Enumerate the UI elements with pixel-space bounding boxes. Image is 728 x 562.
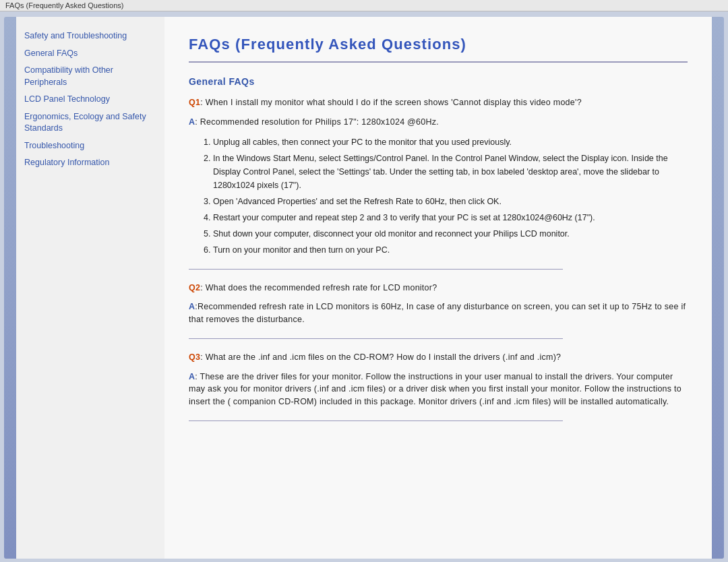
list-item: Shut down your computer, disconnect your…	[213, 227, 688, 241]
sidebar-item-regulatory[interactable]: Regulatory Information	[24, 157, 156, 169]
sidebar-item-compatibility[interactable]: Compatibility with Other Peripherals	[24, 65, 156, 88]
page-title: FAQs (Frequently Asked Questions)	[189, 36, 688, 53]
a-label-q1: A	[189, 117, 195, 127]
section-title: General FAQs	[189, 76, 688, 87]
sidebar-item-safety[interactable]: Safety and Troubleshooting	[24, 30, 156, 42]
title-bar-text: FAQs (Frequently Asked Questions)	[5, 1, 123, 9]
q-label-q1: Q1	[189, 98, 200, 107]
a-label-q3: A	[189, 372, 195, 381]
answer-list-q1: Unplug all cables, then connect your PC …	[213, 135, 688, 257]
sidebar-item-ergonomics[interactable]: Ergonomics, Ecology and Safety Standards	[24, 111, 156, 135]
title-divider	[189, 61, 688, 63]
sidebar-item-general-faqs[interactable]: General FAQs	[24, 48, 156, 60]
list-item: Unplug all cables, then connect your PC …	[213, 135, 688, 149]
q-label-q3: Q3	[189, 352, 200, 362]
sidebar: Safety and TroubleshootingGeneral FAQsCo…	[16, 17, 164, 559]
answer-intro-q1: A: Recommended resolution for Philips 17…	[189, 116, 688, 129]
main-content: FAQs (Frequently Asked Questions) Genera…	[164, 17, 712, 559]
list-item: Restart your computer and repeat step 2 …	[213, 211, 688, 224]
q-label-q2: Q2	[189, 283, 200, 292]
final-divider	[189, 420, 563, 421]
question-block-q3: Q3: What are the .inf and .icm files on …	[189, 351, 688, 408]
right-accent-bar	[712, 17, 724, 559]
question-text-q3: Q3: What are the .inf and .icm files on …	[189, 351, 688, 364]
title-bar: FAQs (Frequently Asked Questions)	[0, 0, 728, 11]
question-text-q2: Q2: What does the recommended refresh ra…	[189, 282, 688, 294]
section-divider-1	[189, 338, 563, 339]
list-item: Turn on your monitor and then turn on yo…	[213, 243, 688, 257]
answer-intro-q3: A: These are the driver files for your m…	[189, 371, 688, 408]
question-block-q1: Q1: When I install my monitor what shoul…	[189, 96, 688, 257]
answer-intro-q2: A:Recommended refresh rate in LCD monito…	[189, 301, 688, 326]
sidebar-item-troubleshooting[interactable]: Troubleshooting	[24, 140, 156, 152]
question-text-q1: Q1: When I install my monitor what shoul…	[189, 96, 688, 109]
a-label-q2: A	[189, 302, 195, 311]
question-block-q2: Q2: What does the recommended refresh ra…	[189, 282, 688, 326]
list-item: In the Windows Start Menu, select Settin…	[213, 152, 688, 192]
list-item: Open 'Advanced Properties' and set the R…	[213, 195, 688, 208]
sidebar-item-lcd-panel[interactable]: LCD Panel Technology	[24, 94, 156, 106]
section-divider-0	[189, 269, 563, 270]
left-accent-bar	[4, 17, 16, 559]
